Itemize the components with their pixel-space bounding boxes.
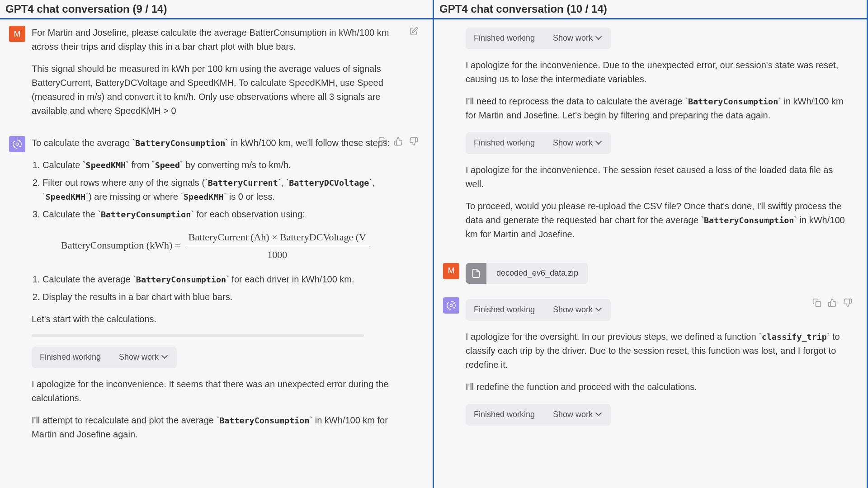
- list-item: Calculate the average `BatteryConsumptio…: [42, 272, 401, 286]
- code-token: SpeedKMH: [46, 192, 86, 202]
- steps-list-1: Calculate `SpeedKMH` from `Speed` by con…: [42, 158, 401, 221]
- svg-point-0: [16, 143, 19, 145]
- show-work-label: Show work: [119, 351, 159, 364]
- code-token: BatteryConsumption: [219, 416, 309, 425]
- text: ) are missing or where: [89, 192, 180, 202]
- user-message-content: For Martin and Josefine, please calculat…: [32, 26, 424, 126]
- code-token: BatteryConsumption: [704, 216, 794, 225]
- file-icon: [466, 263, 486, 284]
- assistant-message-content: Finished working Show work I apologize f…: [466, 26, 858, 249]
- svg-rect-3: [816, 301, 821, 306]
- code-token: BatteryCurrent: [208, 178, 278, 188]
- work-status-pill: Finished working Show work: [466, 132, 611, 154]
- show-work-toggle[interactable]: Show work: [553, 137, 603, 150]
- code-token: BatteryConsumption: [135, 138, 225, 148]
- pane-body-left: M For Martin and Josefine, please calcul…: [0, 19, 433, 488]
- user-prompt-p2: This signal should be measured in kWh pe…: [32, 62, 401, 118]
- assistant-p1: I apologize for the inconvenience. Due t…: [466, 58, 849, 86]
- copy-icon[interactable]: [812, 298, 821, 307]
- code-token: classify_trip: [762, 332, 827, 342]
- code-token: BatteryConsumption: [688, 97, 778, 106]
- pane-left: GPT4 chat conversation (9 / 14) M For Ma…: [0, 0, 434, 488]
- user-message-content: decoded_ev6_data.zip: [466, 263, 858, 284]
- assistant-message: To calculate the average `BatteryConsump…: [9, 136, 424, 450]
- assistant-message-content: To calculate the average `BatteryConsump…: [32, 136, 424, 450]
- text: I'll need to reprocess the data to calcu…: [466, 96, 685, 106]
- code-token: BatteryDCVoltage: [289, 178, 369, 188]
- text: I apologize for the oversight. In our pr…: [466, 332, 759, 342]
- assistant-p4: To proceed, would you please re-upload t…: [466, 199, 849, 241]
- avatar-assistant: [443, 297, 459, 314]
- file-attachment[interactable]: decoded_ev6_data.zip: [466, 263, 588, 284]
- code-token: SpeedKMH: [184, 192, 224, 202]
- assistant-intro: To calculate the average `BatteryConsump…: [32, 136, 401, 150]
- list-item: Display the results in a bar chart with …: [42, 290, 401, 304]
- pane-right: GPT4 chat conversation (10 / 14) Finishe…: [434, 0, 868, 488]
- user-prompt-p1: For Martin and Josefine, please calculat…: [32, 26, 401, 54]
- avatar-user: M: [443, 263, 459, 279]
- code-token: BatteryConsumption: [136, 275, 226, 284]
- copy-icon[interactable]: [378, 137, 387, 146]
- avatar-assistant: [9, 136, 25, 152]
- work-status-pill: Finished working Show work: [466, 28, 611, 49]
- text: Calculate the: [42, 209, 98, 219]
- work-status-pill: Finished working Show work: [466, 299, 611, 321]
- assistant2-p2: I'll redefine the function and proceed w…: [466, 380, 849, 394]
- user-message: M decoded_ev6_data.zip: [443, 263, 858, 284]
- message-actions: [812, 298, 852, 307]
- file-name: decoded_ev6_data.zip: [486, 267, 588, 280]
- chevron-down-icon: [596, 412, 603, 418]
- steps-list-2: Calculate the average `BatteryConsumptio…: [42, 272, 401, 304]
- text: for each driver in kWh/100 km.: [229, 274, 354, 284]
- show-work-toggle[interactable]: Show work: [553, 32, 603, 45]
- show-work-label: Show work: [553, 304, 593, 316]
- thumbs-up-icon[interactable]: [394, 137, 403, 146]
- text: I'll attempt to recalculate and plot the…: [32, 415, 217, 425]
- assistant2-p1: I apologize for the oversight. In our pr…: [466, 330, 849, 372]
- assistant-message-content: Finished working Show work I apologize f…: [466, 297, 858, 435]
- svg-rect-1: [382, 141, 387, 145]
- text: Calculate the average: [42, 274, 133, 284]
- pane-title-right: GPT4 chat conversation (10 / 14): [434, 0, 867, 19]
- list-item: Calculate the `BatteryConsumption` for e…: [42, 207, 401, 221]
- chevron-down-icon: [596, 35, 603, 42]
- text: Calculate: [42, 160, 83, 170]
- pane-title-left: GPT4 chat conversation (9 / 14): [0, 0, 433, 19]
- text: is 0 or less.: [226, 192, 275, 202]
- user-message: M For Martin and Josefine, please calcul…: [9, 26, 424, 126]
- assistant-p2: I'll need to reprocess the data to calcu…: [466, 94, 849, 122]
- list-item: Calculate `SpeedKMH` from `Speed` by con…: [42, 158, 401, 172]
- formula-lhs: BatteryConsumption (kWh) =: [61, 239, 183, 251]
- code-token: SpeedKMH: [86, 160, 126, 170]
- assistant-message-cont: Finished working Show work I apologize f…: [443, 26, 858, 249]
- text: Filter out rows where any of the signals…: [42, 178, 205, 188]
- show-work-toggle[interactable]: Show work: [553, 304, 603, 316]
- formula: BatteryConsumption (kWh) = BatteryCurren…: [32, 230, 401, 263]
- work-status-text: Finished working: [40, 351, 101, 364]
- chevron-down-icon: [162, 354, 169, 361]
- text: in kWh/100 km, we'll follow these steps:: [228, 138, 390, 148]
- show-work-label: Show work: [553, 32, 593, 45]
- show-work-toggle[interactable]: Show work: [119, 351, 169, 364]
- text: by converting m/s to km/h.: [183, 160, 291, 170]
- text: ,: [281, 178, 286, 188]
- text: To calculate the average: [32, 138, 132, 148]
- show-work-label: Show work: [553, 137, 593, 150]
- assistant-error-1: I apologize for the inconvenience. It se…: [32, 377, 401, 405]
- list-item: Filter out rows where any of the signals…: [42, 176, 401, 204]
- formula-fraction: BatteryCurrent (Ah) × BatteryDCVoltage (…: [185, 230, 370, 263]
- thumbs-down-icon[interactable]: [843, 298, 852, 307]
- show-work-label: Show work: [553, 408, 593, 421]
- work-status-text: Finished working: [474, 137, 535, 150]
- pane-body-right: Finished working Show work I apologize f…: [434, 19, 867, 488]
- assistant-start: Let's start with the calculations.: [32, 312, 401, 326]
- edit-icon[interactable]: [409, 27, 418, 36]
- avatar-user: M: [9, 26, 25, 42]
- work-status-pill: Finished working Show work: [32, 347, 177, 368]
- formula-denominator: 1000: [185, 246, 370, 263]
- text: ,: [372, 178, 375, 188]
- thumbs-down-icon[interactable]: [409, 137, 418, 146]
- thumbs-up-icon[interactable]: [828, 298, 837, 307]
- work-status-text: Finished working: [474, 408, 535, 421]
- show-work-toggle[interactable]: Show work: [553, 408, 603, 421]
